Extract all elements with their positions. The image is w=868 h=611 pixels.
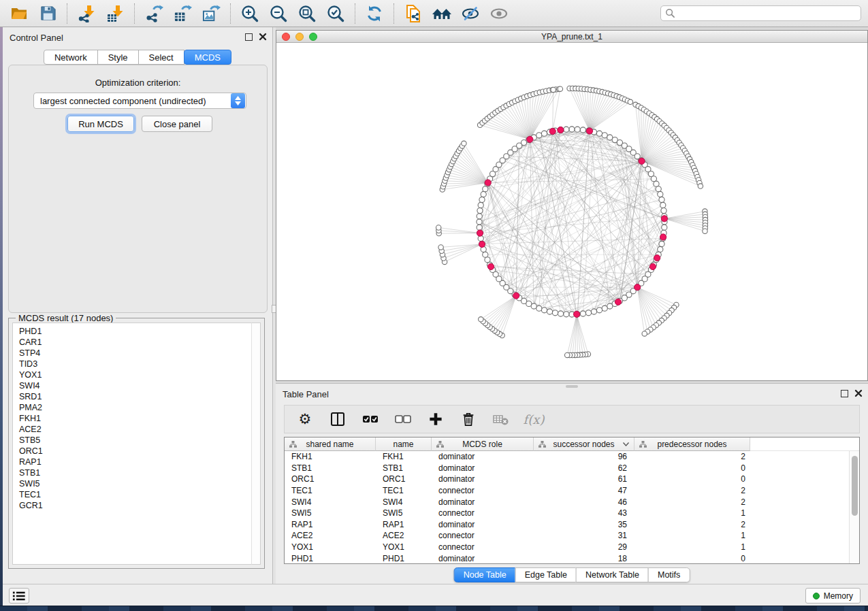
import-table-icon xyxy=(106,5,124,22)
open-folder-icon xyxy=(10,5,28,22)
tab-motifs[interactable]: Motifs xyxy=(648,567,690,582)
hide-unselected-button[interactable] xyxy=(460,3,481,24)
task-history-button[interactable] xyxy=(9,588,29,604)
add-column-button[interactable] xyxy=(428,411,444,427)
close-table-panel-icon[interactable] xyxy=(854,389,863,397)
close-panel-icon[interactable] xyxy=(259,33,267,41)
mcds-result-item[interactable]: SWI4 xyxy=(19,380,251,391)
float-panel-icon[interactable] xyxy=(245,33,253,41)
tab-edge-table[interactable]: Edge Table xyxy=(515,567,577,582)
table-row[interactable]: STB1STB1dominator620 xyxy=(285,463,849,474)
refresh-layout-button[interactable] xyxy=(364,3,385,24)
table-row[interactable]: ORC1ORC1dominator610 xyxy=(285,474,849,485)
toolbar-group-refresh xyxy=(355,3,393,24)
table-row[interactable]: ACE2ACE2connector311 xyxy=(285,530,849,542)
mcds-result-list[interactable]: PHD1CAR1STP4TID3YOX1SWI4SRD1PMA2FKH1ACE2… xyxy=(12,323,251,565)
network-canvas[interactable] xyxy=(276,43,867,380)
cell-shared-name: RAP1 xyxy=(285,519,376,531)
import-table-button[interactable] xyxy=(105,3,125,24)
mcds-result-item[interactable]: FKH1 xyxy=(19,413,251,424)
toolbar-group-export xyxy=(135,3,230,24)
tab-node-table[interactable]: Node Table xyxy=(454,567,516,582)
table-settings-button[interactable]: ⚙ xyxy=(297,411,313,427)
mcds-result-item[interactable]: PHD1 xyxy=(19,326,251,337)
mcds-list-scrollbar[interactable] xyxy=(251,323,261,565)
export-image-button[interactable] xyxy=(201,3,221,24)
function-builder-button[interactable]: f(x) xyxy=(526,411,542,427)
table-row[interactable]: RAP1RAP1dominator352 xyxy=(285,519,849,531)
cell-successor-nodes: 61 xyxy=(534,474,634,485)
mcds-result-item[interactable]: SRD1 xyxy=(19,391,251,402)
mcds-result-item[interactable]: STB1 xyxy=(19,467,251,478)
table-panel-tabs: Node TableEdge TableNetwork TableMotifs xyxy=(454,567,690,582)
mcds-result-item[interactable]: TEC1 xyxy=(19,489,251,500)
cell-shared-name: SWI5 xyxy=(285,508,376,519)
delete-table-button[interactable] xyxy=(493,411,509,427)
export-table-button[interactable] xyxy=(172,3,193,24)
show-column-panel-button[interactable] xyxy=(329,411,346,427)
open-session-button[interactable] xyxy=(9,3,29,24)
mcds-result-item[interactable]: YOX1 xyxy=(19,369,251,380)
delete-column-button[interactable] xyxy=(460,411,477,427)
main-toolbar xyxy=(0,0,868,27)
column-header-name[interactable]: name xyxy=(376,437,432,451)
table-scrollbar[interactable] xyxy=(849,451,859,563)
cell-shared-name: ACE2 xyxy=(285,530,376,542)
column-tree-icon xyxy=(539,441,546,448)
mcds-result-item[interactable]: STP4 xyxy=(19,348,251,359)
tab-network[interactable]: Network xyxy=(44,50,98,65)
column-header-shared-name[interactable]: shared name xyxy=(285,437,376,451)
search-box xyxy=(660,5,861,21)
table-scrollbar-thumb[interactable] xyxy=(852,456,858,516)
mcds-result-item[interactable]: TID3 xyxy=(19,359,251,369)
mcds-result-item[interactable]: ORC1 xyxy=(19,446,251,457)
save-floppy-icon xyxy=(39,5,57,22)
memory-button[interactable]: Memory xyxy=(805,588,861,604)
mcds-result-item[interactable]: STB5 xyxy=(19,435,251,446)
column-header-MCDS-role[interactable]: MCDS role xyxy=(432,437,534,451)
cell-mcds-role: connector xyxy=(432,508,534,519)
run-mcds-button[interactable]: Run MCDS xyxy=(67,116,134,132)
mcds-result-item[interactable]: SWI5 xyxy=(19,478,251,489)
table-row[interactable]: SWI4SWI4dominator462 xyxy=(285,496,849,508)
show-all-eye-button[interactable] xyxy=(489,3,509,24)
tab-mcds[interactable]: MCDS xyxy=(184,50,231,65)
save-session-button[interactable] xyxy=(37,3,58,24)
network-window-titlebar[interactable]: YPA_prune.txt_1 xyxy=(276,31,867,43)
optimization-select[interactable]: largest connected component (undirected) xyxy=(33,93,246,109)
cell-name: TEC1 xyxy=(376,485,432,497)
table-row[interactable]: TEC1TEC1connector472 xyxy=(285,485,849,497)
table-row[interactable]: YOX1YOX1connector291 xyxy=(285,542,849,553)
mcds-result-item[interactable]: PMA2 xyxy=(19,402,251,413)
cell-mcds-role: dominator xyxy=(432,451,534,463)
close-panel-button[interactable]: Close panel xyxy=(142,116,212,132)
search-input[interactable] xyxy=(678,7,861,20)
select-all-button[interactable] xyxy=(362,411,379,427)
deselect-all-button[interactable] xyxy=(395,411,411,427)
table-row[interactable]: PHD1PHD1dominator180 xyxy=(285,552,849,563)
table-row[interactable]: FKH1FKH1dominator962 xyxy=(285,451,849,463)
zoom-selected-icon xyxy=(327,5,344,22)
tab-style[interactable]: Style xyxy=(97,50,139,65)
cell-name: FKH1 xyxy=(376,451,432,463)
table-row[interactable]: SWI5SWI5connector431 xyxy=(285,508,849,519)
mcds-result-item[interactable]: ACE2 xyxy=(19,424,251,435)
export-network-button[interactable] xyxy=(144,3,164,24)
tab-network-table[interactable]: Network Table xyxy=(576,567,649,582)
column-header-successor-nodes[interactable]: successor nodes xyxy=(534,437,634,451)
network-overview-button[interactable] xyxy=(432,3,452,24)
zoom-fit-icon xyxy=(298,5,316,22)
zoom-in-button[interactable] xyxy=(240,3,260,24)
mcds-result-item[interactable]: RAP1 xyxy=(19,457,251,467)
zoom-out-icon xyxy=(270,5,287,22)
column-header-predecessor-nodes[interactable]: predecessor nodes xyxy=(634,437,750,451)
tab-select[interactable]: Select xyxy=(138,50,184,65)
float-table-panel-icon[interactable] xyxy=(841,390,848,397)
zoom-fit-button[interactable] xyxy=(297,3,317,24)
mcds-result-item[interactable]: GCR1 xyxy=(19,500,251,511)
mcds-result-item[interactable]: CAR1 xyxy=(19,337,251,348)
zoom-selected-button[interactable] xyxy=(325,3,346,24)
import-network-button[interactable] xyxy=(76,3,97,24)
share-network-document-button[interactable] xyxy=(403,3,423,24)
zoom-out-button[interactable] xyxy=(268,3,289,24)
